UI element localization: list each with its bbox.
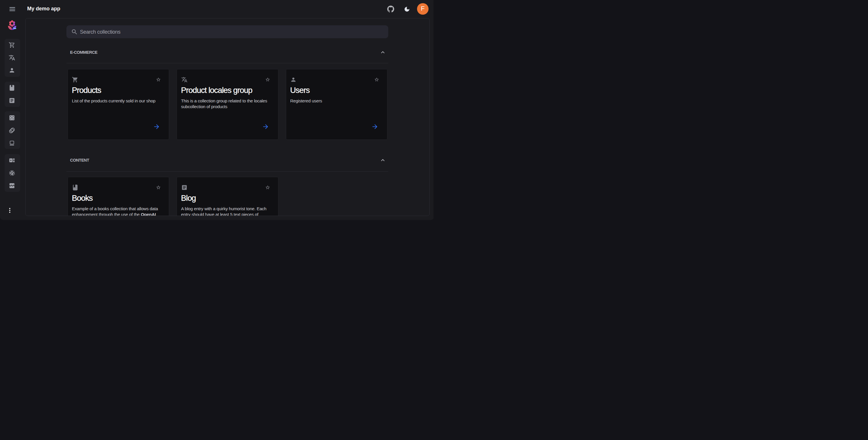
svg-text:DEMO: DEMO [13,28,16,29]
